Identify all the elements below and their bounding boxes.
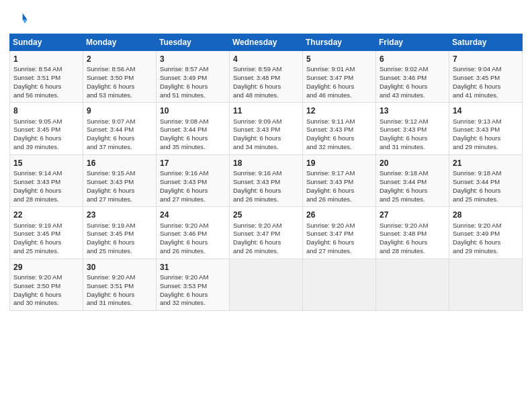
empty-cell — [303, 259, 376, 310]
week-row-3: 15Sunrise: 9:14 AMSunset: 3:43 PMDayligh… — [10, 154, 523, 206]
page-container: SundayMondayTuesdayWednesdayThursdayFrid… — [0, 0, 532, 316]
day-number: 22 — [13, 210, 79, 220]
day-cell-19: 19Sunrise: 9:17 AMSunset: 3:43 PMDayligh… — [303, 154, 376, 206]
day-cell-13: 13Sunrise: 9:12 AMSunset: 3:43 PMDayligh… — [376, 103, 449, 154]
day-number: 1 — [13, 54, 79, 64]
week-row-1: 1Sunrise: 8:54 AMSunset: 3:51 PMDaylight… — [10, 51, 523, 103]
day-number: 14 — [453, 105, 519, 116]
day-number: 28 — [453, 210, 519, 220]
empty-cell — [449, 259, 523, 310]
day-cell-26: 26Sunrise: 9:20 AMSunset: 3:47 PMDayligh… — [303, 207, 376, 259]
day-number: 18 — [233, 158, 299, 169]
logo — [9, 9, 31, 28]
day-cell-20: 20Sunrise: 9:18 AMSunset: 3:44 PMDayligh… — [376, 154, 449, 206]
day-cell-12: 12Sunrise: 9:11 AMSunset: 3:43 PMDayligh… — [303, 103, 376, 154]
day-number: 9 — [87, 105, 152, 116]
week-row-5: 29Sunrise: 9:20 AMSunset: 3:50 PMDayligh… — [10, 259, 523, 310]
day-cell-4: 4Sunrise: 8:59 AMSunset: 3:48 PMDaylight… — [230, 51, 303, 103]
weekday-header-friday: Friday — [376, 34, 449, 51]
day-cell-23: 23Sunrise: 9:19 AMSunset: 3:45 PMDayligh… — [83, 207, 157, 259]
svg-marker-0 — [23, 13, 28, 20]
day-number: 16 — [87, 158, 152, 169]
day-cell-27: 27Sunrise: 9:20 AMSunset: 3:48 PMDayligh… — [376, 207, 449, 259]
day-number: 25 — [233, 210, 299, 220]
day-number: 11 — [233, 105, 299, 116]
day-cell-5: 5Sunrise: 9:01 AMSunset: 3:47 PMDaylight… — [303, 51, 376, 103]
day-cell-14: 14Sunrise: 9:13 AMSunset: 3:43 PMDayligh… — [449, 103, 523, 154]
day-number: 10 — [160, 105, 226, 116]
weekday-header-row: SundayMondayTuesdayWednesdayThursdayFrid… — [10, 34, 523, 51]
day-cell-11: 11Sunrise: 9:09 AMSunset: 3:43 PMDayligh… — [230, 103, 303, 154]
day-number: 8 — [13, 105, 79, 116]
day-cell-18: 18Sunrise: 9:16 AMSunset: 3:43 PMDayligh… — [230, 154, 303, 206]
weekday-header-thursday: Thursday — [303, 34, 376, 51]
day-cell-6: 6Sunrise: 9:02 AMSunset: 3:46 PMDaylight… — [376, 51, 449, 103]
day-cell-3: 3Sunrise: 8:57 AMSunset: 3:49 PMDaylight… — [157, 51, 230, 103]
empty-cell — [230, 259, 303, 310]
day-number: 3 — [160, 54, 226, 64]
day-cell-2: 2Sunrise: 8:56 AMSunset: 3:50 PMDaylight… — [83, 51, 157, 103]
day-cell-22: 22Sunrise: 9:19 AMSunset: 3:45 PMDayligh… — [10, 207, 83, 259]
day-number: 31 — [160, 262, 226, 273]
day-number: 21 — [453, 158, 519, 169]
day-cell-24: 24Sunrise: 9:20 AMSunset: 3:46 PMDayligh… — [157, 207, 230, 259]
empty-cell — [376, 259, 449, 310]
day-number: 4 — [233, 54, 299, 64]
day-cell-8: 8Sunrise: 9:05 AMSunset: 3:45 PMDaylight… — [10, 103, 83, 154]
day-number: 27 — [380, 210, 445, 220]
day-number: 13 — [380, 105, 445, 116]
day-cell-31: 31Sunrise: 9:20 AMSunset: 3:53 PMDayligh… — [157, 259, 230, 310]
day-number: 19 — [306, 158, 372, 169]
day-cell-10: 10Sunrise: 9:08 AMSunset: 3:44 PMDayligh… — [157, 103, 230, 154]
day-number: 29 — [13, 262, 79, 273]
day-number: 15 — [13, 158, 79, 169]
day-cell-17: 17Sunrise: 9:16 AMSunset: 3:43 PMDayligh… — [157, 154, 230, 206]
day-number: 24 — [160, 210, 226, 220]
day-cell-7: 7Sunrise: 9:04 AMSunset: 3:45 PMDaylight… — [449, 51, 523, 103]
week-row-2: 8Sunrise: 9:05 AMSunset: 3:45 PMDaylight… — [10, 103, 523, 154]
day-cell-30: 30Sunrise: 9:20 AMSunset: 3:51 PMDayligh… — [83, 259, 157, 310]
day-number: 23 — [87, 210, 152, 220]
day-number: 17 — [160, 158, 226, 169]
day-number: 5 — [306, 54, 372, 64]
day-number: 20 — [380, 158, 445, 169]
weekday-header-saturday: Saturday — [449, 34, 523, 51]
calendar-table: SundayMondayTuesdayWednesdayThursdayFrid… — [9, 34, 523, 311]
weekday-header-monday: Monday — [83, 34, 157, 51]
weekday-header-wednesday: Wednesday — [230, 34, 303, 51]
day-number: 30 — [87, 262, 152, 273]
day-number: 12 — [306, 105, 372, 116]
day-number: 6 — [380, 54, 445, 64]
day-number: 26 — [306, 210, 372, 220]
day-cell-1: 1Sunrise: 8:54 AMSunset: 3:51 PMDaylight… — [10, 51, 83, 103]
day-number: 2 — [87, 54, 152, 64]
page-header — [9, 7, 523, 28]
day-cell-15: 15Sunrise: 9:14 AMSunset: 3:43 PMDayligh… — [10, 154, 83, 206]
weekday-header-tuesday: Tuesday — [157, 34, 230, 51]
day-cell-29: 29Sunrise: 9:20 AMSunset: 3:50 PMDayligh… — [10, 259, 83, 310]
day-cell-9: 9Sunrise: 9:07 AMSunset: 3:44 PMDaylight… — [83, 103, 157, 154]
week-row-4: 22Sunrise: 9:19 AMSunset: 3:45 PMDayligh… — [10, 207, 523, 259]
day-cell-25: 25Sunrise: 9:20 AMSunset: 3:47 PMDayligh… — [230, 207, 303, 259]
weekday-header-sunday: Sunday — [10, 34, 83, 51]
svg-marker-1 — [23, 19, 28, 24]
day-cell-21: 21Sunrise: 9:18 AMSunset: 3:44 PMDayligh… — [449, 154, 523, 206]
day-number: 7 — [453, 54, 519, 64]
day-cell-28: 28Sunrise: 9:20 AMSunset: 3:49 PMDayligh… — [449, 207, 523, 259]
day-cell-16: 16Sunrise: 9:15 AMSunset: 3:43 PMDayligh… — [83, 154, 157, 206]
logo-icon — [9, 9, 28, 28]
